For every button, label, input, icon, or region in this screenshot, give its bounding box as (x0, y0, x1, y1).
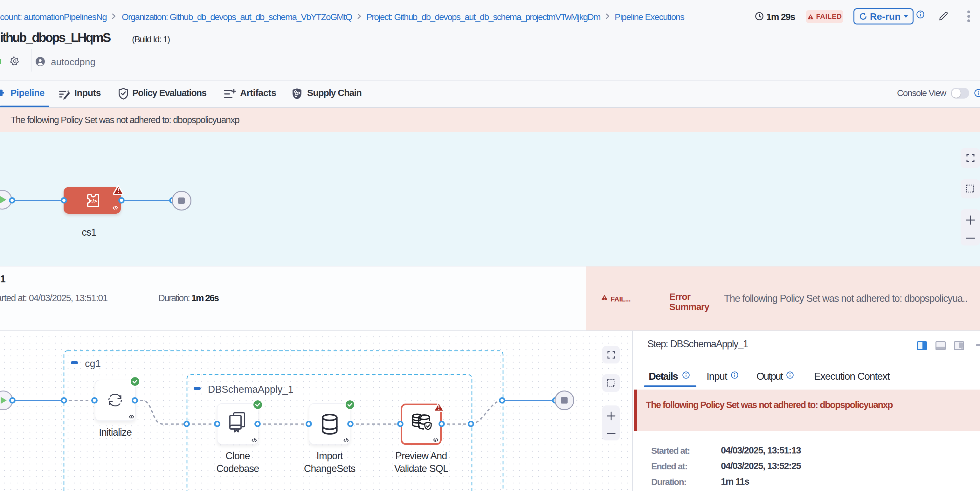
svg-text:</>: </> (89, 198, 97, 204)
